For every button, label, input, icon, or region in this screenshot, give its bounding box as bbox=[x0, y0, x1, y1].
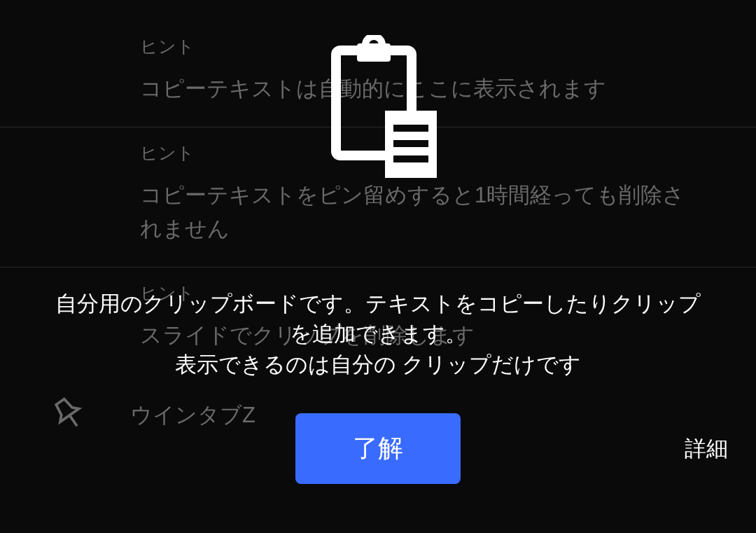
intro-message-line1: 自分用のクリップボードです。テキストをコピーしたりクリップを追加できます。 bbox=[49, 289, 707, 349]
ok-button[interactable]: 了解 bbox=[295, 413, 461, 484]
svg-rect-3 bbox=[357, 43, 391, 62]
clipboard-icon bbox=[315, 35, 441, 185]
overlay-actions: 了解 詳細 bbox=[0, 413, 756, 484]
intro-message: 自分用のクリップボードです。テキストをコピーしたりクリップを追加できます。 表示… bbox=[0, 289, 756, 380]
hint-label: ヒント bbox=[140, 35, 756, 58]
hint-label: ヒント bbox=[140, 141, 756, 165]
details-button[interactable]: 詳細 bbox=[685, 434, 728, 464]
svg-rect-7 bbox=[393, 155, 428, 162]
hint-text: コピーテキストは自動的にここに表示されます bbox=[140, 72, 756, 106]
hint-text: コピーテキストをピン留めすると1時間経っても削除されません bbox=[140, 179, 756, 246]
svg-rect-6 bbox=[393, 140, 428, 147]
intro-message-line2: 表示できるのは自分の クリップだけです bbox=[49, 349, 707, 380]
svg-rect-5 bbox=[393, 125, 428, 132]
